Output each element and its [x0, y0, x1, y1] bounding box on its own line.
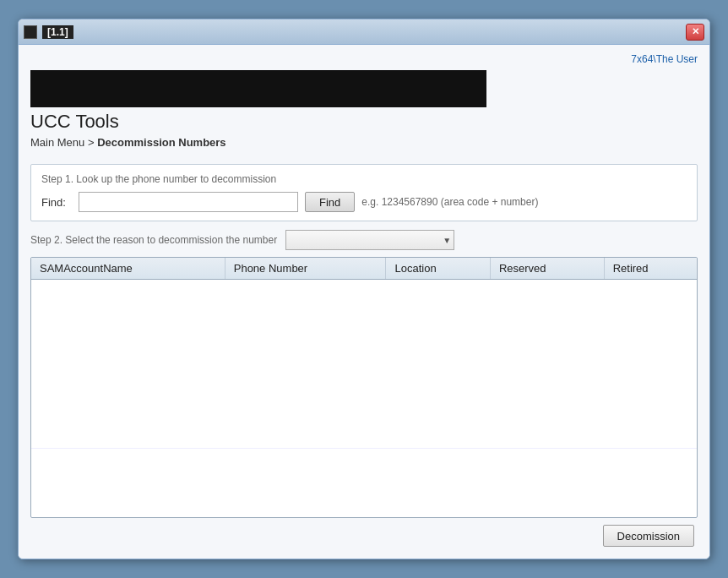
reason-dropdown[interactable]: Decommission - Left Company Decommission… — [285, 230, 454, 250]
find-input[interactable] — [79, 192, 298, 212]
data-table: SAMAccountName Phone Number Location Res… — [31, 258, 697, 449]
find-label: Find: — [41, 196, 72, 209]
table-body — [31, 280, 697, 449]
col-header-reserved: Reserved — [490, 258, 604, 280]
close-button[interactable]: ✕ — [686, 24, 704, 41]
table-empty-cell — [31, 280, 697, 449]
app-icon — [24, 25, 37, 39]
app-logo-bar — [30, 70, 486, 107]
table-header-row: SAMAccountName Phone Number Location Res… — [31, 258, 697, 280]
window-content: 7x64\The User UCC Tools Main Menu > Deco… — [19, 45, 709, 559]
col-header-phone: Phone Number — [225, 258, 386, 280]
title-bar-left: [1.1] — [24, 25, 73, 39]
find-row: Find: Find e.g. 1234567890 (area code + … — [41, 192, 687, 212]
step1-panel: Step 1. Look up the phone number to deco… — [30, 164, 698, 221]
title-bar: [1.1] ✕ — [19, 19, 709, 45]
find-hint: e.g. 1234567890 (area code + number) — [361, 196, 538, 208]
main-window: [1.1] ✕ 7x64\The User UCC Tools Main Men… — [18, 19, 710, 559]
table-empty-row — [31, 280, 697, 449]
app-header: UCC Tools Main Menu > Decommission Numbe… — [30, 70, 698, 157]
title-bar-text: [1.1] — [42, 25, 73, 39]
col-header-sam: SAMAccountName — [31, 258, 225, 280]
step1-label: Step 1. Look up the phone number to deco… — [41, 173, 687, 185]
step2-label: Step 2. Select the reason to decommissio… — [30, 234, 277, 246]
data-table-container: SAMAccountName Phone Number Location Res… — [30, 257, 698, 518]
app-title: UCC Tools — [30, 111, 698, 133]
table-header: SAMAccountName Phone Number Location Res… — [31, 258, 697, 280]
breadcrumb: Main Menu > Decommission Numbers — [30, 136, 698, 149]
breadcrumb-current: Decommission Numbers — [97, 136, 225, 149]
step2-row: Step 2. Select the reason to decommissio… — [30, 230, 698, 250]
col-header-location: Location — [386, 258, 490, 280]
step2-section: Step 2. Select the reason to decommissio… — [30, 230, 698, 518]
user-info: 7x64\The User — [30, 53, 698, 65]
col-header-retired: Retired — [604, 258, 697, 280]
decommission-button[interactable]: Decomission — [603, 525, 694, 547]
breadcrumb-main: Main Menu — [30, 136, 84, 149]
breadcrumb-separator: > — [88, 136, 97, 149]
bottom-bar: Decomission — [30, 518, 698, 550]
find-button[interactable]: Find — [305, 192, 355, 212]
reason-dropdown-wrapper: Decommission - Left Company Decommission… — [285, 230, 454, 250]
